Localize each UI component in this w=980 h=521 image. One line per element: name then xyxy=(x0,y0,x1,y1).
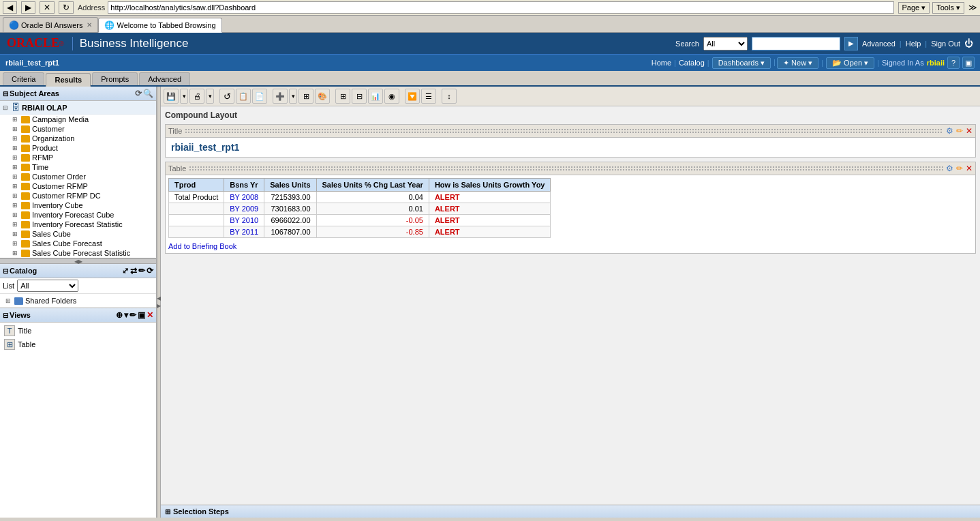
tree-item-product[interactable]: ⊞ Product xyxy=(0,143,156,153)
title-block-settings-icon[interactable]: ⚙ xyxy=(946,126,953,136)
tools-button[interactable]: Tools ▾ xyxy=(932,2,964,14)
tree-item-inventory-forecast-statistic[interactable]: ⊞ Inventory Forecast Statistic xyxy=(0,220,156,229)
tree-item-customer-order[interactable]: ⊞ Customer Order xyxy=(0,172,156,181)
add-to-briefing-book-link[interactable]: Add to Briefing Book xyxy=(168,242,236,250)
expand-icon[interactable]: ⊞ xyxy=(12,145,21,151)
catalog-nav-link[interactable]: Catalog xyxy=(679,59,705,67)
views-delete-icon[interactable]: ✕ xyxy=(147,310,153,320)
print-button[interactable]: 🖨 xyxy=(189,89,204,104)
tab-oracle-bi[interactable]: 🔵 Oracle BI Answers ✕ xyxy=(3,17,98,32)
save-dropdown-button[interactable]: ▾ xyxy=(180,89,188,104)
expand-icon[interactable]: ⊞ xyxy=(12,154,21,161)
expand-icon[interactable]: ⊞ xyxy=(12,183,21,190)
add-view-dropdown-button[interactable]: ▾ xyxy=(289,89,297,104)
panel-resize-handle[interactable]: ◀▶ xyxy=(0,258,156,264)
tree-item-organization[interactable]: ⊞ Organization xyxy=(0,134,156,143)
tree-item-time[interactable]: ⊞ Time xyxy=(0,162,156,172)
print-dropdown-button[interactable]: ▾ xyxy=(206,89,214,104)
views-header-left[interactable]: ⊟ Views xyxy=(3,311,31,319)
gauge-view-btn[interactable]: ◉ xyxy=(384,89,399,104)
table-block-delete-icon[interactable]: ✕ xyxy=(966,164,973,173)
tree-item-campaign-media[interactable]: ⊞ Campaign Media xyxy=(0,115,156,124)
title-block-edit-icon[interactable]: ✏ xyxy=(956,126,963,136)
forward-button[interactable]: ▶ xyxy=(21,1,35,14)
advanced-link[interactable]: Advanced xyxy=(862,40,895,48)
expand-icon[interactable]: ⊞ xyxy=(12,240,21,247)
sort-btn[interactable]: ↕ xyxy=(442,89,457,104)
tree-root-item[interactable]: ⊟ 🗄 RBIAII OLAP xyxy=(0,101,156,115)
tab-tabbed-browsing[interactable]: 🌐 Welcome to Tabbed Browsing xyxy=(98,18,221,33)
catalog-list-select[interactable]: All Reports Dashboards Filters xyxy=(17,280,78,292)
tab-results[interactable]: Results xyxy=(46,73,91,87)
subject-areas-search-icon[interactable]: 🔍 xyxy=(143,89,153,98)
catalog-collapse-icon[interactable]: ⊟ xyxy=(3,267,8,275)
views-add-dropdown-icon[interactable]: ▾ xyxy=(124,310,128,320)
table-view-btn[interactable]: ⊞ xyxy=(335,89,350,104)
layout-nav-button[interactable]: ▣ xyxy=(962,57,975,69)
table-block-edit-icon[interactable]: ✏ xyxy=(956,164,963,173)
help-nav-button[interactable]: ? xyxy=(947,57,960,69)
tree-item-sales-cube-forecast-statistic[interactable]: ⊞ Sales Cube Forecast Statistic xyxy=(0,248,156,258)
tab-prompts[interactable]: Prompts xyxy=(92,72,138,85)
expand-icon[interactable]: ⊞ xyxy=(12,221,21,228)
expand-icon[interactable]: ⊞ xyxy=(12,135,21,142)
expand-icon[interactable]: ⊞ xyxy=(12,116,21,123)
catalog-expand-icon[interactable]: ⤢ xyxy=(122,266,129,276)
search-scope-select[interactable]: All Catalog Reports xyxy=(703,37,748,50)
expand-icon[interactable]: ⊞ xyxy=(12,164,21,170)
root-expand-icon[interactable]: ⊟ xyxy=(3,104,12,111)
subject-areas-reload-icon[interactable]: ⟳ xyxy=(135,89,142,98)
expand-icon[interactable]: ≫ xyxy=(968,3,977,12)
tree-item-inventory-forecast-cube[interactable]: ⊞ Inventory Forecast Cube xyxy=(0,210,156,220)
shared-folders-item[interactable]: ⊞ Shared Folders xyxy=(3,295,153,306)
paste-button[interactable]: 📄 xyxy=(252,89,267,104)
title-drag-handle[interactable] xyxy=(185,128,943,134)
subject-areas-header-left[interactable]: ⊟ Subject Areas xyxy=(3,89,59,98)
expand-icon[interactable]: ⊞ xyxy=(12,192,21,199)
add-view-button[interactable]: ➕ xyxy=(273,89,288,104)
tree-item-rfmp[interactable]: ⊞ RFMP xyxy=(0,153,156,162)
views-add-icon[interactable]: ⊕ xyxy=(116,310,123,320)
selection-steps-expand-icon[interactable]: ⊞ xyxy=(165,508,170,516)
tab-criteria[interactable]: Criteria xyxy=(3,72,44,85)
format-button[interactable]: 🎨 xyxy=(315,89,330,104)
catalog-header-left[interactable]: ⊟ Catalog xyxy=(3,267,37,275)
refresh-button[interactable]: ↻ xyxy=(59,1,74,14)
tab-oracle-bi-close[interactable]: ✕ xyxy=(87,21,92,29)
stop-button[interactable]: ✕ xyxy=(40,1,55,14)
cell-bsns-yr-1[interactable]: BY 2008 xyxy=(224,192,264,203)
catalog-refresh-icon[interactable]: ⟳ xyxy=(147,266,153,276)
search-input[interactable] xyxy=(752,37,840,50)
copy-button[interactable]: 📋 xyxy=(236,89,251,104)
catalog-share-icon[interactable]: ⇄ xyxy=(130,266,137,276)
open-nav-button[interactable]: 📂 Open ▾ xyxy=(826,57,874,69)
view-item-title[interactable]: T Title xyxy=(0,324,156,338)
views-layout-icon[interactable]: ▣ xyxy=(138,310,145,320)
tab-advanced[interactable]: Advanced xyxy=(139,72,190,85)
cell-bsns-yr-3[interactable]: BY 2010 xyxy=(224,215,264,226)
subject-areas-collapse-icon[interactable]: ⊟ xyxy=(3,90,8,98)
cell-bsns-yr-4[interactable]: BY 2011 xyxy=(224,226,264,238)
table-drag-handle[interactable] xyxy=(189,166,943,171)
page-button[interactable]: Page ▾ xyxy=(898,2,930,14)
home-nav-link[interactable]: Home xyxy=(652,59,671,67)
expand-icon[interactable]: ⊞ xyxy=(12,250,21,256)
refresh-results-button[interactable]: ↺ xyxy=(219,89,234,104)
chart-view-btn[interactable]: 📊 xyxy=(368,89,383,104)
help-link[interactable]: Help xyxy=(906,40,921,48)
dashboards-nav-button[interactable]: Dashboards ▾ xyxy=(712,57,771,69)
selection-steps-btn[interactable]: ☰ xyxy=(421,89,436,104)
tree-item-customer-rfmp-dc[interactable]: ⊞ Customer RFMP DC xyxy=(0,191,156,200)
tree-item-customer[interactable]: ⊞ Customer xyxy=(0,124,156,134)
title-block-delete-icon[interactable]: ✕ xyxy=(966,126,973,136)
pivot-view-btn[interactable]: ⊟ xyxy=(352,89,367,104)
selection-steps-bar[interactable]: ⊞ Selection Steps xyxy=(161,505,980,518)
tree-item-inventory-cube[interactable]: ⊞ Inventory Cube xyxy=(0,200,156,210)
cell-bsns-yr-2[interactable]: BY 2009 xyxy=(224,203,264,215)
back-button[interactable]: ◀ xyxy=(3,1,17,14)
expand-icon[interactable]: ⊞ xyxy=(12,211,21,218)
address-bar-input[interactable] xyxy=(108,1,893,14)
search-go-button[interactable]: ▶ xyxy=(844,37,858,50)
table-block-settings-icon[interactable]: ⚙ xyxy=(946,164,953,173)
view-item-table[interactable]: ⊞ Table xyxy=(0,338,156,351)
